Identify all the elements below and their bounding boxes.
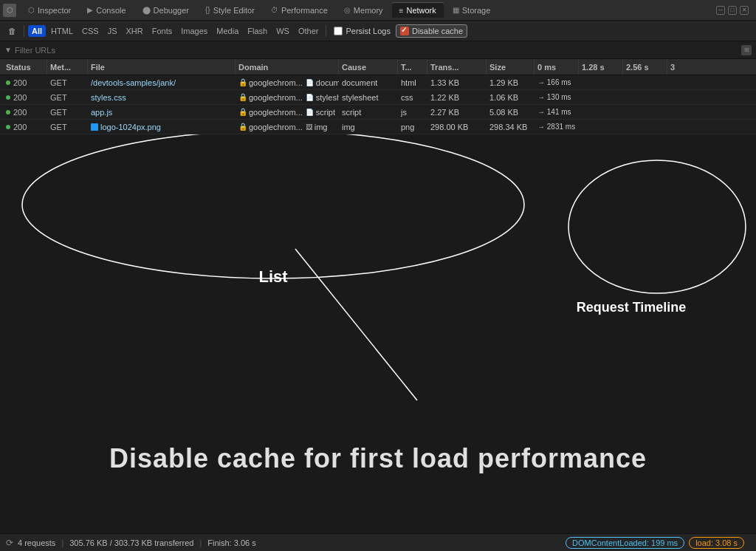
dom-content-loaded-badge: DOMContentLoaded: 199 ms — [566, 537, 684, 549]
filter-xhr[interactable]: XHR — [122, 25, 146, 37]
devtools-icon: ⬡ — [3, 4, 16, 17]
filter-html[interactable]: HTML — [47, 25, 77, 37]
window-control-buttons: ─ □ ✕ — [712, 6, 753, 15]
inspector-icon: ⬡ — [28, 6, 35, 14]
filter-other[interactable]: Other — [295, 25, 323, 37]
row3-method: GET — [47, 105, 88, 119]
col-transferred[interactable]: Trans... — [427, 59, 487, 75]
col-type[interactable]: T... — [398, 59, 427, 75]
network-icon: ≡ — [399, 7, 404, 15]
row3-domain: 🔒 googlechrom... 📄 script — [236, 105, 339, 119]
status-bar: ⟳ 4 requests | 305.76 KB / 303.73 KB tra… — [0, 533, 756, 551]
tab-style-editor[interactable]: {} Style Editor — [198, 3, 262, 18]
persist-logs-checkbox[interactable] — [334, 27, 343, 35]
svg-text:Request Timeline: Request Timeline — [577, 300, 687, 315]
filter-images[interactable]: Images — [177, 25, 211, 37]
row4-timeline: → 2831 ms — [535, 120, 579, 134]
row3-timeline: → 141 ms — [535, 105, 579, 119]
finish-time: Finish: 3.06 s — [207, 538, 255, 547]
row1-cause: document — [339, 75, 398, 89]
svg-line-2 — [295, 249, 417, 400]
table-header: Status Met... File Domain Cause T... Tra… — [0, 59, 756, 75]
maximize-button[interactable]: □ — [728, 6, 737, 15]
requests-count: 4 requests — [18, 538, 55, 547]
row3-size: 5.08 KB — [487, 105, 535, 119]
tab-console[interactable]: ▶ Console — [80, 3, 133, 18]
load-badge: load: 3.08 s — [689, 537, 744, 549]
tab-inspector[interactable]: ⬡ Inspector — [21, 3, 78, 18]
storage-icon: ▦ — [453, 6, 459, 14]
minimize-button[interactable]: ─ — [716, 6, 725, 15]
row2-size: 1.06 KB — [487, 90, 535, 104]
col-timeline-1: 1.28 s — [579, 59, 623, 75]
console-icon: ▶ — [87, 6, 93, 14]
row1-t1 — [579, 75, 623, 89]
table-row[interactable]: 200 GET app.js 🔒 googlechrom... 📄 script… — [0, 105, 756, 120]
row1-file: /devtools-samples/jank/ — [88, 75, 236, 89]
svg-text:List: List — [258, 267, 288, 286]
row1-type: html — [398, 75, 427, 89]
tab-debugger[interactable]: ⬤ Debugger — [135, 3, 196, 18]
table-row[interactable]: 200 GET styles.css 🔒 googlechrom... 📄 st… — [0, 90, 756, 105]
filter-js[interactable]: JS — [104, 25, 121, 37]
row1-timeline: → 166 ms — [535, 75, 579, 89]
tab-network[interactable]: ≡ Network — [392, 2, 444, 18]
row2-cause: stylesheet — [339, 90, 398, 104]
row2-timeline: → 130 ms — [535, 90, 579, 104]
row4-t1 — [579, 120, 623, 134]
persist-logs-toggle[interactable]: Persist Logs — [330, 25, 394, 37]
row2-file: styles.css — [88, 90, 236, 104]
table-row[interactable]: 200 GET logo-1024px.png 🔒 googlechrom...… — [0, 120, 756, 134]
filter-flash[interactable]: Flash — [244, 25, 271, 37]
main-annotation-area: List Request Timeline Disable cache for … — [0, 134, 756, 533]
row4-file: logo-1024px.png — [88, 120, 236, 134]
close-button[interactable]: ✕ — [740, 6, 749, 15]
filter-grid-icon[interactable]: ⊞ — [741, 45, 752, 55]
row3-type: js — [398, 105, 427, 119]
filter-all[interactable]: All — [28, 25, 46, 37]
row3-t3 — [667, 105, 712, 119]
tab-storage[interactable]: ▦ Storage — [445, 3, 498, 18]
disable-cache-checkbox — [400, 27, 409, 35]
main-annotation-label: Disable cache for first load performance — [0, 443, 756, 474]
row3-file: app.js — [88, 105, 236, 119]
row1-t2 — [623, 75, 667, 89]
col-size[interactable]: Size — [487, 59, 535, 75]
row3-transferred: 2.27 KB — [427, 105, 487, 119]
filter-url-input[interactable] — [15, 46, 738, 55]
row1-size: 1.29 KB — [487, 75, 535, 89]
col-status[interactable]: Status — [3, 59, 47, 75]
status-bar-icon: ⟳ — [6, 538, 13, 548]
status-dot-green — [6, 81, 10, 85]
row3-cause: script — [339, 105, 398, 119]
col-file[interactable]: File — [88, 59, 236, 75]
col-cause[interactable]: Cause — [339, 59, 398, 75]
disable-cache-toggle[interactable]: Disable cache — [396, 24, 467, 38]
row2-t2 — [623, 90, 667, 104]
row4-t3 — [667, 120, 712, 134]
row3-t1 — [579, 105, 623, 119]
tab-performance[interactable]: ⏱ Performance — [264, 3, 335, 18]
row1-domain: 🔒 googlechrom... 📄 document — [236, 75, 339, 89]
filter-ws[interactable]: WS — [272, 25, 293, 37]
filter-css[interactable]: CSS — [78, 25, 103, 37]
row1-status: 200 — [3, 75, 47, 89]
row4-cause: img — [339, 120, 398, 134]
row2-transferred: 1.22 KB — [427, 90, 487, 104]
row3-status: 200 — [3, 105, 47, 119]
filter-fonts[interactable]: Fonts — [148, 25, 176, 37]
col-domain[interactable]: Domain — [236, 59, 339, 75]
row1-t3 — [667, 75, 712, 89]
row4-method: GET — [47, 120, 88, 134]
tab-memory[interactable]: ◎ Memory — [337, 3, 391, 18]
table-row[interactable]: 200 GET /devtools-samples/jank/ 🔒 google… — [0, 75, 756, 90]
svg-point-0 — [22, 134, 524, 278]
row4-t2 — [623, 120, 667, 134]
clear-button[interactable]: 🗑 — [4, 25, 20, 37]
filter-arrow-icon: ▼ — [4, 46, 12, 54]
row4-transferred: 298.00 KB — [427, 120, 487, 134]
col-method[interactable]: Met... — [47, 59, 88, 75]
requests-table: 200 GET /devtools-samples/jank/ 🔒 google… — [0, 75, 756, 134]
filter-media[interactable]: Media — [213, 25, 242, 37]
row4-status: 200 — [3, 120, 47, 134]
